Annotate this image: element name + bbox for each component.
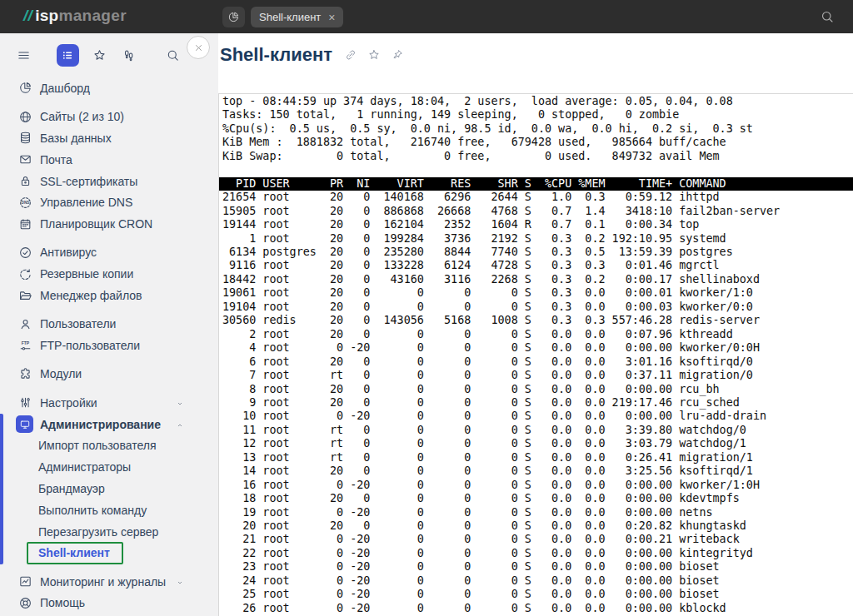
search-icon: [166, 48, 180, 62]
globe-icon: [18, 110, 32, 124]
toolbar-footprints-button[interactable]: [117, 44, 140, 67]
nav-group: Модули: [0, 364, 218, 385]
chevron-down-icon: [175, 577, 185, 587]
toolbar-menu-toggle-button[interactable]: [12, 44, 35, 67]
tab-close-icon[interactable]: ×: [328, 12, 335, 23]
sidebar-item-firewall[interactable]: Брандмауэр: [0, 478, 218, 499]
sidebar-item-antivirus[interactable]: Антивирус: [0, 242, 218, 264]
sidebar-item-databases[interactable]: Базы данных: [0, 127, 218, 149]
sidebar-item-label: Почта: [40, 153, 72, 166]
sidebar-item-user-import[interactable]: Импорт пользователя: [0, 435, 218, 456]
sidebar-item-label: Сайты (2 из 10): [40, 110, 124, 123]
sidebar-item-label: Импорт пользователя: [38, 439, 157, 452]
sidebar-item-modules[interactable]: Модули: [0, 364, 218, 385]
lock-icon: [18, 174, 32, 188]
chart-icon: [18, 574, 32, 589]
sidebar-item-users[interactable]: Пользователи: [0, 313, 218, 335]
sidebar-item-shell-client[interactable]: Shell-клиент: [0, 542, 218, 564]
ftp-icon: FTP: [18, 339, 32, 353]
nav-group: НастройкиАдминистрированиеИмпорт пользов…: [0, 392, 218, 564]
toolbar-nav-list-button[interactable]: [57, 44, 79, 67]
terminal-blank-line: [219, 163, 853, 176]
list-icon: [61, 48, 75, 62]
logo-text-light: manager: [59, 7, 127, 24]
shell-terminal[interactable]: top - 08:44:59 up 374 days, 18:04, 2 use…: [218, 93, 853, 616]
sidebar-item-label: Брандмауэр: [38, 482, 105, 495]
dashboard-icon: [227, 11, 240, 23]
help-icon: [18, 596, 32, 610]
sidebar-item-sites[interactable]: Сайты (2 из 10): [0, 106, 218, 127]
sidebar-item-ftp-users[interactable]: FTPFTP-пользователи: [0, 335, 218, 356]
title-actions: [344, 48, 404, 62]
sidebar-item-label: Мониторинг и журналы: [40, 575, 166, 589]
nav-group: Дашборд: [0, 77, 218, 99]
nav-group: ПользователиFTPFTP-пользователи: [0, 313, 218, 356]
sidebar-item-settings[interactable]: Настройки: [0, 392, 218, 414]
logo-text-bold: isp: [35, 7, 58, 24]
sidebar-item-label: Администраторы: [38, 460, 131, 474]
sidebar-item-execute-command[interactable]: Выполнить команду: [0, 499, 218, 521]
ispmanager-logo: //ispmanager: [23, 7, 127, 25]
main-content: Shell-клиент top - 08:44:59 up 374 days,…: [218, 33, 853, 616]
calendar-icon: [18, 217, 32, 231]
sidebar-item-label: SSL-сертификаты: [40, 175, 137, 188]
sidebar-item-label: Настройки: [40, 396, 97, 410]
topbar: //ispmanager Shell-клиент ×: [0, 0, 853, 33]
svg-text:FTP: FTP: [22, 340, 30, 345]
nav-group: АнтивирусРезервные копииМенеджер файлов: [0, 242, 218, 306]
sidebar-item-label: Резервные копии: [40, 267, 133, 281]
sidebar-item-label: Пользователи: [40, 317, 116, 330]
backup-icon: [18, 267, 32, 281]
sidebar-item-backups[interactable]: Резервные копии: [0, 263, 218, 285]
sidebar-item-monitoring-logs[interactable]: Мониторинг и журналы: [0, 571, 218, 593]
dns-icon: DNS: [18, 196, 32, 210]
sidebar-item-label: Менеджер файлов: [40, 289, 142, 302]
favorite-button[interactable]: [367, 48, 381, 62]
sidebar-item-mail[interactable]: Почта: [0, 149, 218, 171]
toolbar-sidebar-search-button[interactable]: [162, 44, 184, 67]
sidebar-item-label: Модули: [40, 367, 82, 380]
sidebar-item-dashboard[interactable]: Дашборд: [0, 77, 218, 99]
sidebar-item-ssl-certificates[interactable]: SSL-сертификаты: [0, 171, 218, 192]
sidebar-item-dns-management[interactable]: DNSУправление DNS: [0, 191, 218, 213]
sidebar-item-administrators[interactable]: Администраторы: [0, 456, 218, 478]
svg-text:DNS: DNS: [22, 201, 30, 205]
pin-button[interactable]: [391, 48, 404, 62]
mail-icon: [18, 152, 32, 166]
page-title: Shell-клиент: [220, 44, 332, 66]
sidebar-nav: ДашбордСайты (2 из 10)Базы данныхПочтаSS…: [0, 77, 218, 614]
copy-link-button[interactable]: [344, 48, 357, 62]
sidebar-item-reboot-server[interactable]: Перезагрузить сервер: [0, 521, 218, 543]
sidebar-item-label: Планировщик CRON: [40, 217, 152, 231]
dashboard-tab-button[interactable]: [222, 7, 245, 27]
page-header: Shell-клиент: [220, 44, 404, 66]
sidebar-item-label: Перезагрузить сервер: [38, 525, 158, 539]
footprints-icon: [122, 48, 136, 62]
folder-icon: [18, 289, 32, 303]
sidebar-item-file-manager[interactable]: Менеджер файлов: [0, 285, 218, 306]
tab-shell-client[interactable]: Shell-клиент ×: [251, 7, 343, 27]
sidebar-item-label: Антивирус: [40, 246, 97, 259]
close-sidebar-button[interactable]: [187, 36, 210, 59]
sidebar-item-label: Shell-клиент: [38, 546, 110, 559]
nav-group: Сайты (2 из 10)Базы данныхПочтаSSL-серти…: [0, 106, 218, 235]
top-summary: top - 08:44:59 up 374 days, 18:04, 2 use…: [219, 95, 853, 163]
sidebar-item-administration[interactable]: Администрирование: [0, 414, 218, 435]
process-table-rows: 21654 root 20 0 140168 6296 2644 S 1.0 0…: [219, 191, 853, 615]
tabbar: Shell-клиент ×: [222, 7, 343, 27]
topbar-search-icon[interactable]: [820, 9, 835, 24]
sidebar-item-label: Администрирование: [40, 418, 161, 431]
active-section-indicator: [0, 414, 3, 564]
hamburger-icon: [17, 48, 31, 62]
sidebar-item-label: Выполнить команду: [38, 504, 147, 517]
sidebar-item-label: Базы данных: [40, 132, 112, 145]
sidebar-item-cron-scheduler[interactable]: Планировщик CRON: [0, 213, 218, 235]
sidebar-item-help[interactable]: Помощь: [0, 593, 218, 614]
close-icon: [193, 42, 204, 53]
star-icon: [92, 48, 107, 62]
sidebar-item-label: FTP-пользователи: [40, 339, 140, 352]
dashboard-icon: [18, 81, 32, 95]
toolbar-favorites-button[interactable]: [88, 44, 111, 67]
chevron-up-icon: [175, 420, 185, 430]
sidebar: ДашбордСайты (2 из 10)Базы данныхПочтаSS…: [0, 33, 218, 616]
